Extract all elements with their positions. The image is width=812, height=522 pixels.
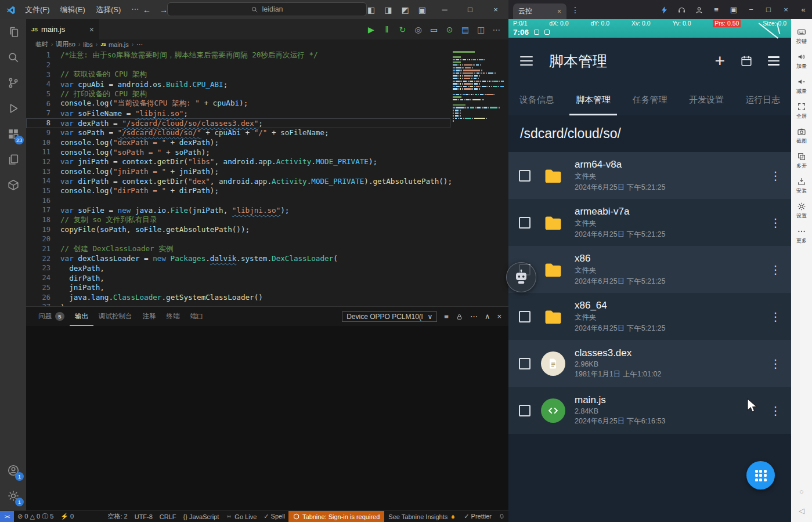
search-icon[interactable] [0,45,26,70]
file-row[interactable]: arm64-v8a文件夹2024年6月25日 下午5:21:25⋮ [508,152,791,199]
account-icon[interactable] [690,5,708,14]
breadcrumb-item-3[interactable]: JSmain.js [100,41,129,48]
go-live-button[interactable]: Go Live [222,513,260,520]
maximize-panel-icon[interactable]: ∧ [485,312,490,321]
code-line[interactable]: 13console.log("jniPath = " + jniPath); [26,166,450,176]
code-line[interactable]: 5// 打印设备的 CPU 架构 [26,89,450,99]
add-button[interactable]: + [714,52,725,70]
checkbox[interactable] [519,311,530,322]
keyboard-button[interactable]: 按键 [796,27,807,45]
checkbox[interactable] [519,405,530,416]
remote-indicator[interactable]: >< [0,511,14,522]
boost-icon[interactable] [655,5,673,14]
nav-icon-0[interactable]: ○ [799,487,804,496]
ports-status[interactable]: ⚡ 0 [57,513,77,520]
item-menu-icon[interactable]: ⋮ [768,263,783,277]
schedule-icon[interactable] [740,55,753,67]
source-control-icon[interactable] [0,70,26,96]
more-actions-button[interactable]: ⋯ [490,25,503,34]
run-script-button[interactable]: ▶ [365,25,377,34]
toggle-secondary-sidebar-button[interactable]: ◩ [402,5,409,14]
breadcrumb-item-2[interactable]: libs [83,41,93,48]
code-line[interactable]: 27); [26,302,450,306]
maximize-button[interactable]: □ [457,0,483,19]
code-line[interactable]: 23 dexPath, [26,263,450,273]
code-line[interactable]: 1/*注意: 由于so库释放需要时间，脚本结束后需要再间隔 20秒后再次运行 *… [26,50,450,60]
app-tab-1[interactable]: 脚本管理 [565,84,621,115]
app-tab-0[interactable]: 设备信息 [508,84,565,115]
code-line[interactable]: 2 [26,60,450,70]
code-line[interactable]: 3// 获取设备的 CPU 架构 [26,70,450,79]
code-line[interactable]: 6console.log("当前设备得CPU 架构: " + cpuAbi); [26,99,450,108]
minimize-button[interactable]: ─ [432,0,457,19]
close-panel-icon[interactable]: × [497,312,501,321]
tab-close-icon[interactable]: × [557,8,561,16]
filter-icon[interactable]: ≡ [444,312,449,321]
panel-tab-0[interactable]: 问题5 [33,307,70,326]
file-row[interactable]: armeabi-v7a文件夹2024年6月25日 下午5:21:25⋮ [508,199,791,246]
save-to-device-button[interactable]: ▤ [459,25,471,34]
code-line[interactable]: 25 jniPath, [26,283,450,293]
multi-button[interactable]: 多开 [796,152,807,170]
app-tab-3[interactable]: 开发设置 [678,84,734,115]
menu-item-3[interactable]: ⋯ [126,5,144,15]
item-menu-icon[interactable]: ⋮ [768,216,783,230]
menu-item-1[interactable]: 编辑(E) [55,5,91,15]
problems-status[interactable]: ⊘ 0 △ 0 ⓘ 5 [14,512,57,521]
code-line[interactable]: 24 dirPath, [26,273,450,283]
code-line[interactable]: 7var soFileName = "libjni.so"; [26,108,450,118]
customize-layout-button[interactable]: ▣ [418,5,426,14]
tabnine-status[interactable]: Tabnine: Sign-in is required [288,511,384,522]
code-line[interactable]: 15console.log("dirPath = " + dirPath); [26,186,450,196]
code-line[interactable]: 16 [26,195,450,205]
nav-forward-button[interactable]: → [160,5,168,14]
accounts-icon[interactable]: 1 [0,458,26,483]
code-line[interactable]: 8var dexPath = "/sdcard/cloud/so/classes… [26,118,450,128]
code-line[interactable]: 10console.log("dexPath = " + dexPath); [26,137,450,147]
extensions-icon[interactable]: 23 [0,121,26,147]
explorer-icon[interactable] [0,19,26,45]
code-line[interactable]: 12var jniPath = context.getDir("libs", a… [26,157,450,167]
status-item-0[interactable]: 空格: 2 [104,512,131,521]
app-tab-4[interactable]: 运行日志 [735,84,791,115]
close-button[interactable]: × [483,0,508,19]
nav-icon-1[interactable]: ◁ [799,506,804,515]
package-explorer-icon[interactable] [0,172,26,198]
item-menu-icon[interactable]: ⋮ [768,310,783,324]
code-line[interactable]: 18// 复制 so 文件到私有目录 [26,215,450,225]
apk-button[interactable]: 安装 [796,177,807,195]
fullscreen-button[interactable]: 全屏 [796,102,807,120]
support-icon[interactable] [673,5,690,14]
status-item-2[interactable]: CRLF [156,513,180,520]
code-line[interactable]: 4var cpuAbi = android.os.Build.CPU_ABI; [26,79,450,89]
spell-status[interactable]: ✓ Spell [260,513,288,520]
pause-script-button[interactable]: ‖ [381,25,393,34]
documents-icon[interactable] [0,147,26,172]
code-line[interactable]: 9var soPath = "/sdcard/cloud/so/" + cpuA… [26,128,450,138]
editor-tab-main-js[interactable]: JS main.js × [26,19,99,39]
tab-close-button[interactable]: × [89,25,94,34]
menu-item-0[interactable]: 文件(F) [20,5,55,15]
menu-item-2[interactable]: 选择(S) [91,5,126,15]
rerun-script-button[interactable]: ↻ [396,25,409,34]
item-menu-icon[interactable]: ⋮ [768,357,783,371]
panel-tab-3[interactable]: 注释 [138,307,161,326]
file-row[interactable]: classes3.dex2.96KB1981年1月1日 上午1:01:02⋮ [508,340,791,387]
code-line[interactable]: 11console.log("soPath = " + soPath); [26,147,450,157]
sidebar-collapse-button[interactable]: « [795,5,812,14]
manage-settings-icon[interactable]: 1 [0,483,26,509]
checkbox[interactable] [519,170,530,182]
panel-tab-1[interactable]: 输出 [70,307,93,326]
emu-close-button[interactable]: × [777,5,795,14]
breadcrumb-item-0[interactable]: 临时 [35,40,48,49]
code-line[interactable]: 20 [26,234,450,244]
breadcrumb-item-1[interactable]: 调用so [56,40,75,49]
nav-back-button[interactable]: ← [143,5,151,14]
screenshot-button[interactable]: 截图 [796,127,807,145]
emu-menu-icon[interactable]: ≡ [708,5,725,14]
fab-apps-button[interactable] [746,461,775,490]
lock-icon[interactable] [456,312,463,321]
command-center-search[interactable]: leidian [167,2,367,16]
sort-menu-icon[interactable] [768,56,779,66]
more-actions-icon[interactable]: ⋯ [470,312,478,321]
